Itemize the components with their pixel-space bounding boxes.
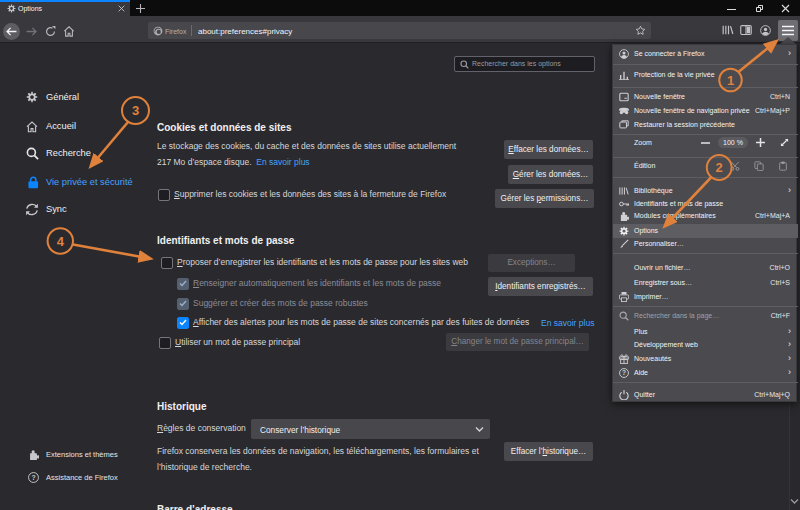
- svg-text:?: ?: [31, 474, 35, 481]
- svg-text:?: ?: [622, 370, 626, 377]
